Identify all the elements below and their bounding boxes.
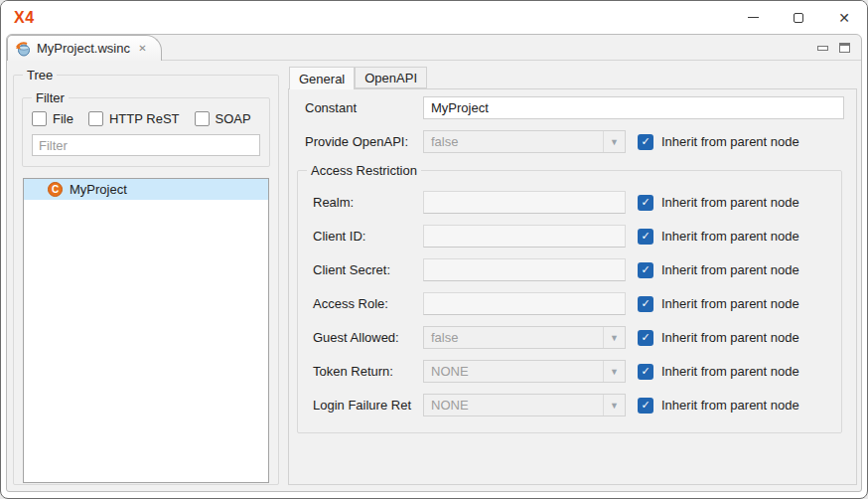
soap-checkbox-label: SOAP <box>216 111 251 126</box>
provide-openapi-select: false ▼ <box>423 130 626 153</box>
inherit-label: Inherit from parent node <box>661 398 799 413</box>
access-restriction-group: Access Restriction Realm: ✓ Inherit from… <box>297 170 842 433</box>
tree-item-label: MyProject <box>70 182 127 197</box>
provide-openapi-row: Provide OpenAPI: false ▼ ✓ Inherit from … <box>305 130 844 153</box>
editor-tab-title: MyProject.wsinc <box>37 41 130 56</box>
filter-checkbox-file[interactable]: File <box>32 111 73 126</box>
guest-allowed-select: false ▼ <box>423 326 626 349</box>
access-role-input <box>423 292 626 315</box>
inherit-checkbox[interactable]: ✓ <box>638 330 653 346</box>
inherit-label: Inherit from parent node <box>661 364 799 379</box>
tab-close-icon[interactable]: ✕ <box>136 42 149 55</box>
inherit-checkbox[interactable]: ✓ <box>638 262 653 278</box>
filter-group-label: Filter <box>32 90 69 105</box>
tree-item-myproject[interactable]: C MyProject <box>24 179 268 200</box>
token-return-select: NONE ▼ <box>423 360 626 383</box>
constant-row: Constant <box>305 96 844 119</box>
token-return-label: Token Return: <box>313 364 423 379</box>
maximize-icon <box>794 13 803 23</box>
tab-openapi[interactable]: OpenAPI <box>355 67 427 88</box>
view-minimize-icon[interactable] <box>817 46 828 51</box>
editor-frame: MyProject.wsinc ✕ Tree Filter File <box>6 34 862 492</box>
view-controls <box>817 43 850 53</box>
inherit-label: Inherit from parent node <box>661 195 799 210</box>
guest-allowed-inherit[interactable]: ✓ Inherit from parent node <box>638 330 799 346</box>
editor-content: Tree Filter File HTTP ReST <box>7 62 861 491</box>
app-window: X4 ✕ MyProject.wsinc <box>0 0 868 499</box>
inherit-label: Inherit from parent node <box>661 229 799 244</box>
title-bar: X4 ✕ <box>1 1 867 34</box>
login-failure-inherit[interactable]: ✓ Inherit from parent node <box>638 398 799 414</box>
chevron-down-icon: ▼ <box>603 327 625 348</box>
inherit-label: Inherit from parent node <box>661 330 799 345</box>
realm-input <box>423 191 626 214</box>
guest-allowed-value: false <box>424 330 603 345</box>
login-failure-row: Login Failure Ret NONE ▼ ✓ Inherit from … <box>313 394 841 416</box>
client-secret-input <box>423 258 626 281</box>
token-return-inherit[interactable]: ✓ Inherit from parent node <box>638 364 799 380</box>
chevron-down-icon: ▼ <box>603 131 625 152</box>
project-node-icon: C <box>48 182 63 197</box>
http-rest-checkbox-label: HTTP ReST <box>109 111 180 126</box>
constant-label: Constant <box>305 100 423 115</box>
inherit-checkbox[interactable]: ✓ <box>638 195 653 211</box>
filter-checkbox-row: File HTTP ReST SOAP <box>32 111 260 126</box>
minimize-icon <box>748 17 759 18</box>
maximize-button[interactable] <box>776 1 821 34</box>
tree-view[interactable]: C MyProject <box>23 178 269 483</box>
constant-input[interactable] <box>423 96 844 119</box>
filter-input[interactable] <box>32 134 260 156</box>
detail-panel: General OpenAPI Constant Provide OpenAPI… <box>288 67 857 485</box>
provide-openapi-label: Provide OpenAPI: <box>305 134 423 149</box>
tab-general[interactable]: General <box>289 67 355 89</box>
login-failure-label: Login Failure Ret <box>313 398 423 413</box>
client-secret-inherit[interactable]: ✓ Inherit from parent node <box>638 262 799 278</box>
client-id-row: Client ID: ✓ Inherit from parent node <box>313 225 841 248</box>
inherit-checkbox[interactable]: ✓ <box>638 398 653 414</box>
realm-label: Realm: <box>313 195 423 210</box>
editor-tabstrip: MyProject.wsinc ✕ <box>7 35 861 61</box>
wsinc-file-icon <box>15 41 31 57</box>
login-failure-select: NONE ▼ <box>423 394 626 416</box>
login-failure-value: NONE <box>424 398 603 413</box>
inherit-label: Inherit from parent node <box>661 262 799 277</box>
access-role-row: Access Role: ✓ Inherit from parent node <box>313 292 841 315</box>
file-checkbox[interactable] <box>32 111 47 126</box>
access-role-inherit[interactable]: ✓ Inherit from parent node <box>638 296 799 312</box>
x4-logo: X4 <box>14 9 35 27</box>
access-role-label: Access Role: <box>313 296 423 311</box>
provide-openapi-value: false <box>424 134 603 149</box>
client-secret-row: Client Secret: ✓ Inherit from parent nod… <box>313 258 841 281</box>
guest-allowed-label: Guest Allowed: <box>313 330 423 345</box>
inherit-checkbox[interactable]: ✓ <box>638 296 653 312</box>
token-return-value: NONE <box>424 364 603 379</box>
view-maximize-icon[interactable] <box>839 43 850 53</box>
detail-tabs: General OpenAPI <box>289 67 857 88</box>
filter-checkbox-http-rest[interactable]: HTTP ReST <box>88 111 180 126</box>
client-id-input <box>423 225 626 248</box>
access-restriction-label: Access Restriction <box>307 163 421 178</box>
client-secret-label: Client Secret: <box>313 262 423 277</box>
filter-group: Filter File HTTP ReST SOAP <box>22 97 270 167</box>
client-id-label: Client ID: <box>313 229 423 244</box>
client-id-inherit[interactable]: ✓ Inherit from parent node <box>638 229 799 245</box>
minimize-button[interactable] <box>730 1 776 34</box>
inherit-label: Inherit from parent node <box>661 134 799 149</box>
close-button[interactable]: ✕ <box>821 1 867 34</box>
window-controls: ✕ <box>730 1 867 34</box>
realm-row: Realm: ✓ Inherit from parent node <box>313 191 841 214</box>
token-return-row: Token Return: NONE ▼ ✓ Inherit from pare… <box>313 360 841 383</box>
provide-openapi-inherit[interactable]: ✓ Inherit from parent node <box>638 134 799 150</box>
realm-inherit[interactable]: ✓ Inherit from parent node <box>638 195 799 211</box>
close-icon: ✕ <box>838 11 850 25</box>
filter-checkbox-soap[interactable]: SOAP <box>195 111 251 126</box>
soap-checkbox[interactable] <box>195 111 210 126</box>
inherit-checkbox[interactable]: ✓ <box>638 134 653 150</box>
tree-group-label: Tree <box>23 68 57 83</box>
general-tab-pane: Constant Provide OpenAPI: false ▼ ✓ Inhe… <box>288 88 857 485</box>
http-rest-checkbox[interactable] <box>88 111 103 126</box>
editor-tab-myproject-wsinc[interactable]: MyProject.wsinc ✕ <box>7 35 162 61</box>
inherit-checkbox[interactable]: ✓ <box>638 364 653 380</box>
file-checkbox-label: File <box>53 111 73 126</box>
inherit-checkbox[interactable]: ✓ <box>638 229 653 245</box>
